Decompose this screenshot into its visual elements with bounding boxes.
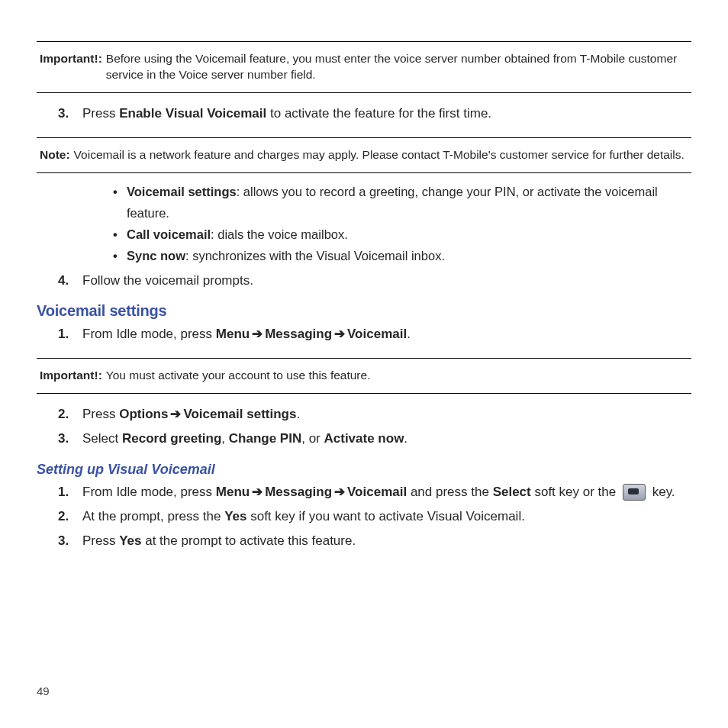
vv-step-2: 2. At the prompt, press the Yes soft key…: [58, 507, 691, 527]
arrow-icon: ➔: [250, 485, 265, 499]
step-number: 3.: [58, 429, 82, 449]
callout-note: Note: Voicemail is a network feature and…: [37, 143, 691, 168]
rule: [37, 393, 691, 394]
bold: Activate now: [324, 431, 404, 446]
vset-step-1: 1. From Idle mode, press Menu➔Messaging➔…: [58, 324, 691, 344]
bullet-voicemail-settings: Voicemail settings: allows you to record…: [127, 181, 691, 224]
text: ,: [221, 431, 228, 446]
callout-label: Important!:: [40, 368, 106, 384]
bold: Messaging: [265, 327, 332, 341]
vset-step-2: 2. Press Options➔Voicemail settings.: [58, 404, 691, 424]
bold: Voicemail settings: [183, 407, 296, 421]
rule: [37, 92, 691, 93]
text: Select: [82, 431, 122, 446]
callout-text: Voicemail is a network feature and charg…: [74, 147, 685, 163]
bold: Options: [119, 407, 168, 421]
bold: Select: [493, 485, 531, 499]
callout-text: Before using the Voicemail feature, you …: [106, 51, 691, 83]
step-body: From Idle mode, press Menu➔Messaging➔Voi…: [82, 482, 691, 502]
text: at the prompt to activate this feature.: [142, 533, 356, 548]
bold: Call voicemail: [127, 227, 211, 241]
step-body: From Idle mode, press Menu➔Messaging➔Voi…: [82, 324, 691, 344]
bold: Voicemail settings: [127, 185, 237, 198]
bold: Yes: [224, 509, 246, 523]
bold: Enable Visual Voicemail: [119, 106, 266, 121]
step-body: Press Enable Visual Voicemail to activat…: [82, 104, 691, 124]
arrow-icon: ➔: [168, 407, 183, 421]
bold: Menu: [216, 485, 250, 499]
callout-important-1: Important!: Before using the Voicemail f…: [37, 47, 691, 88]
bold: Yes: [119, 533, 141, 548]
step-3-enable-vv: 3. Press Enable Visual Voicemail to acti…: [58, 104, 691, 124]
text: .: [296, 407, 300, 421]
arrow-icon: ➔: [332, 485, 347, 499]
bold: Messaging: [265, 485, 332, 499]
text: and press the: [407, 485, 492, 499]
heading-voicemail-settings: Voicemail settings: [37, 302, 691, 320]
callout-label: Note:: [40, 147, 74, 163]
step-number: 1.: [58, 482, 82, 502]
step-number: 3.: [58, 104, 82, 124]
vset-step-3: 3. Select Record greeting, Change PIN, o…: [58, 429, 691, 449]
ok-key-icon: OK: [623, 484, 646, 501]
rule: [37, 137, 691, 138]
text: At the prompt, press the: [82, 509, 224, 523]
page-number: 49: [37, 685, 50, 697]
bold: Voicemail: [347, 485, 407, 499]
step-body: Press Yes at the prompt to activate this…: [82, 531, 691, 551]
text: Press: [82, 533, 119, 548]
step-4: 4. Follow the voicemail prompts.: [58, 271, 691, 291]
bullet-sync-now: Sync now: synchronizes with the Visual V…: [127, 245, 691, 266]
arrow-icon: ➔: [250, 327, 265, 341]
heading-setting-up-vv: Setting up Visual Voicemail: [37, 462, 691, 478]
text: key.: [649, 485, 675, 499]
text: Press: [82, 407, 119, 421]
arrow-icon: ➔: [332, 327, 347, 341]
rule: [37, 358, 691, 359]
rule: [37, 41, 691, 42]
step-number: 1.: [58, 324, 82, 344]
step-body: At the prompt, press the Yes soft key if…: [82, 507, 691, 527]
callout-important-2: Important!: You must activate your accou…: [37, 363, 691, 388]
rule: [37, 172, 691, 173]
text: : synchronizes with the Visual Voicemail…: [185, 249, 445, 263]
bold: Record greeting: [122, 431, 221, 446]
vv-step-1: 1. From Idle mode, press Menu➔Messaging➔…: [58, 482, 691, 502]
manual-page: Important!: Before using the Voicemail f…: [0, 0, 728, 728]
step-body: Press Options➔Voicemail settings.: [82, 404, 691, 424]
text: to activate the feature for the first ti…: [266, 106, 491, 121]
text: Press: [82, 106, 119, 121]
step-number: 3.: [58, 531, 82, 551]
bullet-call-voicemail: Call voicemail: dials the voice mailbox.: [127, 224, 691, 245]
bold: Menu: [216, 327, 250, 341]
vv-step-3: 3. Press Yes at the prompt to activate t…: [58, 531, 691, 551]
text: soft key or the: [531, 485, 620, 499]
bold: Sync now: [127, 249, 185, 263]
text: From Idle mode, press: [82, 485, 216, 499]
feature-bullets: Voicemail settings: allows you to record…: [96, 181, 691, 266]
callout-label: Important!:: [40, 51, 106, 83]
text: , or: [301, 431, 324, 446]
text: From Idle mode, press: [82, 327, 216, 341]
bold: Change PIN: [229, 431, 301, 446]
step-body: Select Record greeting, Change PIN, or A…: [82, 429, 691, 449]
step-body: Follow the voicemail prompts.: [82, 271, 691, 291]
text: .: [404, 431, 407, 446]
callout-text: You must activate your account to use th…: [106, 368, 371, 384]
bold: Voicemail: [347, 327, 407, 341]
text: .: [407, 327, 411, 341]
step-number: 2.: [58, 507, 82, 527]
step-number: 2.: [58, 404, 82, 424]
text: : dials the voice mailbox.: [211, 227, 348, 241]
text: soft key if you want to activate Visual …: [246, 509, 524, 523]
step-number: 4.: [58, 271, 82, 291]
